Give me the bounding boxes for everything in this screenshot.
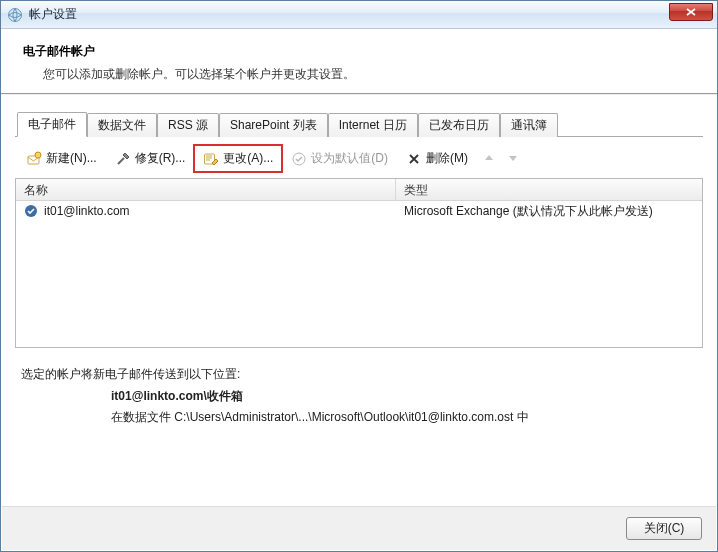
set-default-label: 设为默认值(D) bbox=[311, 150, 388, 167]
new-button[interactable]: 新建(N)... bbox=[19, 147, 104, 170]
change-icon bbox=[203, 151, 219, 167]
tab-published-calendar[interactable]: 已发布日历 bbox=[418, 113, 500, 137]
title-bar: 帐户设置 bbox=[1, 1, 717, 29]
remove-button[interactable]: 删除(M) bbox=[399, 147, 475, 170]
repair-label: 修复(R)... bbox=[135, 150, 186, 167]
set-default-button: 设为默认值(D) bbox=[284, 147, 395, 170]
close-window-button[interactable] bbox=[669, 3, 713, 21]
tab-label: Internet 日历 bbox=[339, 118, 407, 132]
tab-label: 数据文件 bbox=[98, 118, 146, 132]
tab-sharepoint[interactable]: SharePoint 列表 bbox=[219, 113, 328, 137]
remove-label: 删除(M) bbox=[426, 150, 468, 167]
toolbar: 新建(N)... 修复(R)... 更改(A)... bbox=[15, 137, 703, 178]
tab-label: RSS 源 bbox=[168, 118, 208, 132]
tab-email[interactable]: 电子邮件 bbox=[17, 112, 87, 137]
list-row[interactable]: it01@linkto.com Microsoft Exchange (默认情况… bbox=[16, 201, 702, 221]
change-button[interactable]: 更改(A)... bbox=[196, 147, 280, 170]
repair-icon bbox=[115, 151, 131, 167]
dialog-header: 电子邮件帐户 您可以添加或删除帐户。可以选择某个帐户并更改其设置。 bbox=[1, 29, 717, 95]
move-down-button bbox=[503, 152, 523, 166]
tab-label: 电子邮件 bbox=[28, 117, 76, 131]
new-icon bbox=[26, 151, 42, 167]
close-button[interactable]: 关闭(C) bbox=[626, 517, 702, 540]
new-label: 新建(N)... bbox=[46, 150, 97, 167]
window-title: 帐户设置 bbox=[29, 6, 77, 23]
header-title: 电子邮件帐户 bbox=[23, 43, 695, 60]
list-header: 名称 类型 bbox=[16, 179, 702, 201]
tab-strip: 电子邮件 数据文件 RSS 源 SharePoint 列表 Internet 日… bbox=[15, 113, 703, 137]
tab-rss[interactable]: RSS 源 bbox=[157, 113, 219, 137]
change-label: 更改(A)... bbox=[223, 150, 273, 167]
column-type[interactable]: 类型 bbox=[396, 179, 702, 200]
close-label: 关闭(C) bbox=[644, 520, 685, 537]
account-icon bbox=[24, 204, 38, 218]
header-description: 您可以添加或删除帐户。可以选择某个帐户并更改其设置。 bbox=[23, 66, 695, 83]
cell-name: it01@linkto.com bbox=[16, 202, 396, 220]
content-area: 电子邮件 数据文件 RSS 源 SharePoint 列表 Internet 日… bbox=[1, 95, 717, 439]
tab-data-files[interactable]: 数据文件 bbox=[87, 113, 157, 137]
tab-address-book[interactable]: 通讯簿 bbox=[500, 113, 558, 137]
delivery-path: 在数据文件 C:\Users\Administrator\...\Microso… bbox=[21, 407, 697, 429]
remove-icon bbox=[406, 151, 422, 167]
check-circle-icon bbox=[291, 151, 307, 167]
account-name: it01@linkto.com bbox=[44, 204, 130, 218]
tab-label: SharePoint 列表 bbox=[230, 118, 317, 132]
column-name[interactable]: 名称 bbox=[16, 179, 396, 200]
tab-label: 通讯簿 bbox=[511, 118, 547, 132]
delivery-target: it01@linkto.com\收件箱 bbox=[21, 386, 697, 408]
cell-type: Microsoft Exchange (默认情况下从此帐户发送) bbox=[396, 201, 702, 222]
tab-label: 已发布日历 bbox=[429, 118, 489, 132]
repair-button[interactable]: 修复(R)... bbox=[108, 147, 193, 170]
move-up-button bbox=[479, 152, 499, 166]
delivery-info: 选定的帐户将新电子邮件传送到以下位置: it01@linkto.com\收件箱 … bbox=[15, 348, 703, 429]
app-icon bbox=[7, 7, 23, 23]
account-list: 名称 类型 it01@linkto.com Microsoft Exchange… bbox=[15, 178, 703, 348]
svg-point-2 bbox=[35, 152, 41, 158]
dialog-footer: 关闭(C) bbox=[2, 506, 716, 550]
delivery-intro: 选定的帐户将新电子邮件传送到以下位置: bbox=[21, 364, 697, 386]
tab-internet-calendar[interactable]: Internet 日历 bbox=[328, 113, 418, 137]
svg-point-0 bbox=[9, 8, 22, 21]
